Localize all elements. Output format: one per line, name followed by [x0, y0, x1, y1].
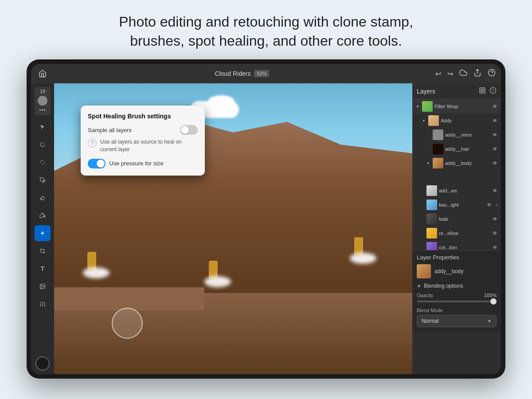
text-tool-button[interactable]: T	[35, 261, 51, 277]
layer-thumbnail	[426, 185, 437, 196]
blending-options-toggle[interactable]: ▼ Blending options	[417, 283, 497, 289]
layer-thumbnail	[428, 115, 439, 126]
right-panel: Layers ▼	[412, 83, 501, 374]
top-bar-actions: ↩ ↪	[435, 69, 496, 78]
spot-healing-popup: Spot Healing Brush settings Sample all l…	[81, 106, 205, 176]
layer-item[interactable]: ▶ addy__reins 👁	[412, 128, 501, 142]
blend-mode-select[interactable]: Normal ▼	[417, 315, 497, 327]
layer-name: addy__hair	[445, 146, 489, 152]
expand-icon[interactable]: ▼	[421, 118, 426, 123]
layers-options-button[interactable]	[479, 87, 486, 95]
layer-thumbnail	[426, 214, 437, 224]
device-frame: Cloud Riders 52% ↩ ↪	[27, 59, 505, 379]
layer-props-thumb-row: addy__body	[412, 262, 501, 280]
layer-item[interactable]: addy__...hlights 👁	[412, 170, 501, 184]
magic-wand-button[interactable]	[35, 154, 51, 170]
layer-visibility-icon[interactable]: 👁	[491, 187, 498, 194]
expand-icon[interactable]: ▼	[426, 160, 431, 166]
help-button[interactable]	[488, 69, 496, 78]
layer-visibility-icon[interactable]: 👁	[491, 117, 498, 124]
layer-item[interactable]: add...ws 👁	[412, 184, 501, 198]
fill-tool-button[interactable]	[35, 207, 51, 223]
layer-thumbnail	[433, 129, 443, 140]
pressure-toggle[interactable]	[88, 159, 106, 168]
lasso-tool-button[interactable]	[35, 137, 51, 153]
color-swatch[interactable]	[35, 356, 50, 371]
brush-size-number[interactable]: 19	[40, 89, 45, 94]
add-layer-icon[interactable]: +	[496, 202, 498, 207]
popup-title: Spot Healing Brush settings	[88, 113, 198, 120]
svg-rect-24	[483, 88, 485, 90]
popup-info-row: ? Use all layers as source to heal on cu…	[88, 138, 198, 153]
blending-options-label: Blending options	[424, 283, 463, 289]
layers-panel-title: Layers	[417, 88, 435, 95]
pressure-label: Use pressure for size	[109, 160, 164, 167]
layer-name: Filter Wrap	[434, 104, 489, 109]
brush-size-widget: 19 •••	[35, 87, 51, 115]
opacity-slider[interactable]	[417, 301, 497, 302]
eraser-tool-button[interactable]	[35, 190, 51, 206]
layers-panel-header-icons	[479, 87, 497, 95]
healing-tool-button[interactable]	[35, 225, 51, 241]
layers-list: ▼ Filter Wrap 👁 ▼ Addy 👁	[412, 99, 501, 250]
layer-name: add...ws	[439, 188, 489, 193]
layer-thumbnail	[433, 158, 443, 168]
layer-name: bas...ight	[439, 202, 484, 207]
layer-item[interactable]: bas...ight 👁 +	[412, 198, 501, 212]
header-tagline: Photo editing and retouching with clone …	[83, 0, 449, 59]
layer-visibility-icon[interactable]: 👁	[491, 145, 498, 153]
blend-mode-value: Normal	[422, 318, 439, 324]
layer-thumbnail	[426, 200, 437, 210]
layer-item[interactable]: ▼ addy__body 👁	[412, 156, 501, 170]
rider-1	[83, 252, 110, 278]
layer-thumbnail	[422, 101, 433, 112]
share-button[interactable]	[473, 69, 481, 78]
cliff-edge	[54, 287, 204, 310]
layer-properties-title: Layer Properties	[412, 250, 501, 262]
layer-visibility-icon[interactable]: 👁	[491, 244, 498, 250]
layer-visibility-icon[interactable]: 👁	[491, 215, 498, 223]
rider-3	[350, 237, 376, 264]
brush-preview	[38, 96, 47, 106]
brush-options-dots[interactable]: •••	[39, 107, 46, 113]
layer-visibility-icon[interactable]: 👁	[486, 201, 493, 208]
home-icon[interactable]	[36, 67, 49, 80]
layer-item[interactable]: ▼ Addy 👁	[412, 113, 501, 128]
undo-button[interactable]: ↩	[435, 70, 441, 78]
layer-props-thumbnail	[417, 264, 431, 278]
brush-tool-button[interactable]	[35, 172, 51, 188]
expand-icon[interactable]: ▼	[415, 104, 420, 109]
select-tool-button[interactable]	[35, 119, 51, 135]
layer-item[interactable]: ▼ Filter Wrap 👁	[412, 99, 501, 113]
blending-arrow-icon: ▼	[417, 284, 421, 289]
crop-tool-button[interactable]	[35, 243, 51, 259]
layer-item[interactable]: re...ellow 👁	[412, 226, 501, 240]
layer-name: addy__body	[445, 160, 489, 166]
layer-visibility-icon[interactable]: 👁	[491, 131, 498, 138]
layer-item[interactable]: ▶ addy__hair 👁	[412, 142, 501, 156]
layer-visibility-icon[interactable]: 👁	[491, 160, 498, 167]
redo-button[interactable]: ↪	[447, 70, 453, 78]
opacity-row: Opacity 100%	[417, 293, 497, 298]
layer-thumbnail	[426, 228, 437, 239]
cloud-sync-button[interactable]	[459, 69, 467, 78]
layer-item[interactable]: fade 👁	[412, 212, 501, 226]
chevron-down-icon: ▼	[487, 319, 492, 324]
zoom-badge[interactable]: 52%	[254, 70, 269, 77]
svg-rect-23	[480, 88, 482, 90]
main-area: 19 •••	[31, 83, 501, 374]
image-tool-button[interactable]	[35, 278, 51, 294]
layer-item[interactable]: col...tion 👁	[412, 240, 501, 250]
layer-props-name: addy__body	[434, 268, 463, 274]
canvas-area[interactable]: Spot Healing Brush settings Sample all l…	[54, 83, 412, 374]
sample-all-layers-toggle[interactable]	[180, 125, 198, 135]
layer-thumbnail	[433, 144, 443, 154]
opacity-handle[interactable]	[490, 298, 497, 305]
left-toolbar: 19 •••	[31, 83, 54, 374]
sky-cloud-top	[208, 95, 235, 108]
layer-visibility-icon[interactable]: 👁	[491, 103, 498, 110]
layer-name: addy__reins	[445, 132, 489, 137]
adjustment-tool-button[interactable]	[35, 296, 51, 312]
layer-visibility-icon[interactable]: 👁	[491, 230, 498, 237]
layers-mask-button[interactable]	[489, 87, 497, 95]
